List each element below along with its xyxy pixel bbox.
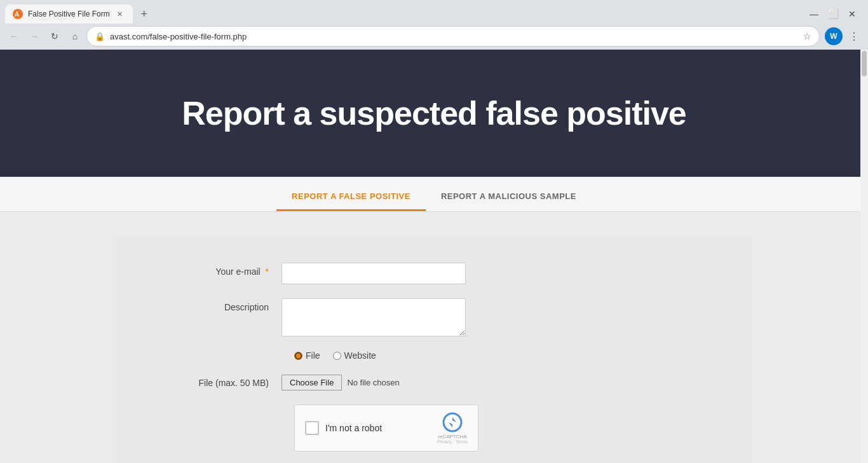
- tab-close-button[interactable]: ✕: [115, 9, 125, 19]
- address-bar[interactable]: 🔒 avast.com/false-positive-file-form.php…: [86, 26, 820, 46]
- recaptcha-logo: reCAPTCHA Privacy - Terms: [437, 412, 468, 444]
- close-button[interactable]: ✕: [844, 6, 860, 22]
- scrollbar[interactable]: [860, 50, 868, 463]
- refresh-button[interactable]: ↻: [46, 27, 64, 45]
- bookmark-icon[interactable]: ☆: [803, 31, 811, 41]
- description-field[interactable]: [281, 298, 466, 336]
- choose-file-button[interactable]: Choose File: [281, 375, 342, 390]
- minimize-button[interactable]: —: [806, 6, 822, 22]
- recaptcha-row: I'm not a robot reCAPTCHA Privacy - Term…: [294, 404, 714, 452]
- file-upload-label: File (max. 50 MB): [154, 378, 281, 388]
- recaptcha-label: I'm not a robot: [325, 423, 431, 433]
- tab-report-false-positive[interactable]: REPORT A FALSE POSITIVE: [276, 181, 426, 211]
- description-row: Description: [154, 298, 714, 336]
- tab-report-malicious-sample[interactable]: REPORT A MALICIOUS SAMPLE: [426, 181, 592, 211]
- file-upload-row: File (max. 50 MB) Choose File No file ch…: [154, 375, 714, 390]
- recaptcha-widget[interactable]: I'm not a robot reCAPTCHA Privacy - Term…: [294, 404, 478, 452]
- file-radio-input[interactable]: [294, 352, 302, 360]
- page-content: Report a suspected false positive REPORT…: [0, 50, 868, 463]
- file-radio-option[interactable]: File: [294, 350, 320, 361]
- website-radio-input[interactable]: [333, 352, 341, 360]
- recaptcha-brand-text: reCAPTCHA Privacy - Terms: [437, 434, 468, 444]
- maximize-button[interactable]: ⬜: [825, 6, 841, 22]
- required-indicator: *: [266, 266, 269, 277]
- home-button[interactable]: ⌂: [66, 27, 84, 45]
- email-label: Your e-mail *: [154, 263, 281, 277]
- tab-favicon: A: [13, 9, 23, 19]
- url-text: avast.com/false-positive-file-form.php: [110, 32, 798, 41]
- browser-menu-button[interactable]: ⋮: [845, 27, 863, 45]
- description-label: Description: [154, 298, 281, 312]
- email-row: Your e-mail *: [154, 263, 714, 284]
- new-tab-button[interactable]: +: [135, 5, 153, 23]
- website-radio-label: Website: [344, 350, 376, 361]
- tabs-navigation: REPORT A FALSE POSITIVE REPORT A MALICIO…: [0, 177, 868, 212]
- form-section: Your e-mail * Description File Website: [0, 212, 868, 463]
- hero-title: Report a suspected false positive: [182, 94, 686, 132]
- file-radio-label: File: [306, 350, 320, 361]
- hero-section: Report a suspected false positive: [0, 50, 868, 177]
- no-file-chosen-text: No file chosen: [347, 378, 399, 387]
- email-field[interactable]: [281, 263, 466, 284]
- scrollbar-thumb[interactable]: [862, 51, 867, 76]
- browser-tab[interactable]: A False Positive File Form ✕: [5, 4, 133, 24]
- website-radio-option[interactable]: Website: [333, 350, 376, 361]
- forward-button[interactable]: →: [25, 27, 43, 45]
- recaptcha-icon: [442, 412, 463, 432]
- avast-extension-icon[interactable]: W: [825, 27, 843, 45]
- type-radio-group: File Website: [294, 350, 714, 361]
- tab-title: False Positive File Form: [28, 10, 110, 18]
- form-container: Your e-mail * Description File Website: [116, 237, 752, 463]
- recaptcha-checkbox[interactable]: [305, 421, 319, 435]
- back-button[interactable]: ←: [5, 27, 23, 45]
- svg-text:A: A: [15, 11, 19, 18]
- lock-icon: 🔒: [95, 32, 105, 41]
- file-input-wrapper: Choose File No file chosen: [281, 375, 400, 390]
